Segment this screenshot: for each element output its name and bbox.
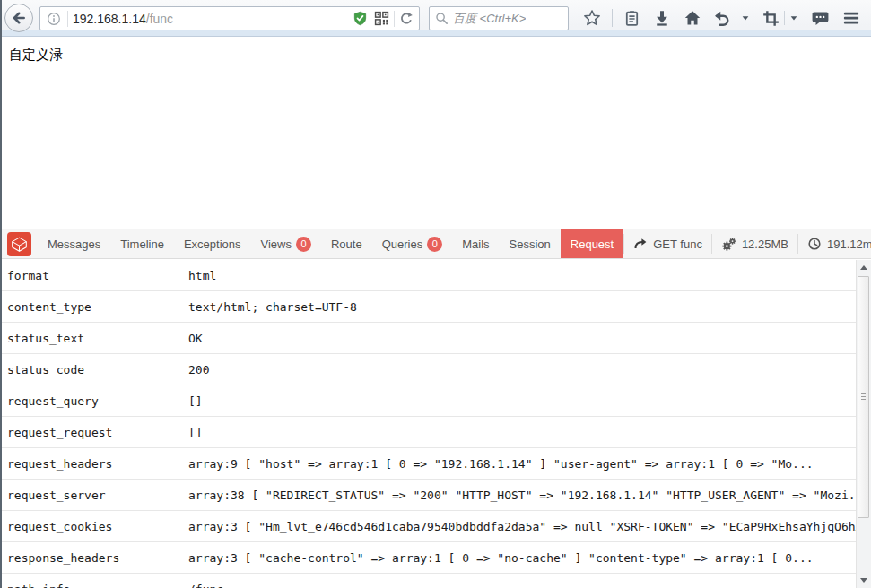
scrollbar-grip (861, 393, 866, 401)
scroll-down-button[interactable] (857, 573, 871, 588)
tab-label: Session (510, 238, 551, 251)
caret-down-icon[interactable] (739, 12, 752, 24)
row-value[interactable]: array:3 [ "cache-control" => array:1 [ 0… (188, 551, 835, 565)
table-row: request_server array:38 [ "REDIRECT_STAT… (0, 480, 871, 511)
request-table: format html content_type text/html; char… (0, 260, 871, 588)
reload-icon[interactable] (399, 12, 414, 26)
tab-views[interactable]: Views 0 (251, 229, 321, 258)
caret-down-icon-2[interactable] (788, 12, 800, 24)
tab-mails[interactable]: Mails (452, 229, 499, 258)
row-key: response_headers (0, 551, 188, 565)
tab-timeline[interactable]: Timeline (110, 229, 174, 258)
toolbar-buttons (576, 2, 867, 34)
back-button[interactable] (4, 4, 33, 32)
button-divider (736, 11, 736, 25)
back-icon (11, 10, 27, 26)
row-value[interactable]: array:9 [ "host" => array:1 [ 0 => "192.… (188, 457, 835, 471)
row-key: content_type (0, 300, 188, 314)
tab-label: Messages (48, 238, 100, 251)
scrollbar-thumb[interactable] (858, 276, 869, 518)
tab-exceptions[interactable]: Exceptions (174, 229, 251, 258)
window-left-edge (0, 0, 2, 588)
chat-icon[interactable] (809, 7, 832, 30)
page-title: 自定义渌 (9, 47, 63, 64)
tab-session[interactable]: Session (500, 229, 561, 258)
tab-badge: 0 (427, 237, 442, 252)
debugbar: Messages Timeline Exceptions Views 0 Rou… (0, 229, 871, 588)
table-row: request_query [] (0, 385, 871, 417)
search-icon (435, 12, 449, 25)
debugbar-tabs: Messages Timeline Exceptions Views 0 Rou… (38, 229, 623, 258)
table-row: format html (0, 260, 871, 291)
url-bar[interactable]: 192.168.1.14/func (39, 6, 420, 30)
tab-route[interactable]: Route (321, 229, 372, 258)
tab-label: Route (331, 238, 362, 251)
tab-messages[interactable]: Messages (38, 229, 110, 258)
table-row: request_headers array:9 [ "host" => arra… (0, 448, 871, 480)
row-key: status_code (0, 363, 188, 376)
redirect-arrow-icon (633, 237, 648, 251)
row-key: status_text (0, 332, 188, 345)
row-value[interactable]: 200 (188, 363, 231, 376)
row-value[interactable]: array:38 [ "REDIRECT_STATUS" => "200" "H… (188, 489, 871, 502)
url-path: /func (146, 12, 173, 26)
row-key: request_headers (0, 457, 188, 471)
row-value[interactable]: text/html; charset=UTF-8 (188, 300, 379, 314)
row-key: format (0, 269, 188, 282)
row-value[interactable]: [] (188, 426, 224, 439)
memory-status[interactable]: 12.25MB (712, 229, 797, 258)
crop-icon[interactable] (761, 8, 781, 29)
tab-queries[interactable]: Queries 0 (372, 229, 453, 258)
table-row: request_cookies array:3 [ "Hm_lvt_e746cd… (0, 511, 871, 542)
triangle-down-icon (860, 578, 867, 583)
star-icon[interactable] (581, 7, 603, 29)
clipboard-icon[interactable] (622, 8, 642, 29)
url-host: 192.168.1.14 (73, 12, 146, 26)
debugbar-scrollbar[interactable] (856, 260, 871, 588)
tab-label: Views (261, 238, 292, 251)
tab-label: Request (571, 238, 614, 251)
home-icon[interactable] (682, 7, 703, 29)
row-key: request_cookies (0, 520, 188, 533)
download-icon[interactable] (651, 7, 673, 29)
row-value[interactable]: [] (188, 394, 224, 408)
row-key: request_request (0, 426, 188, 439)
time-status[interactable]: 191.12ms (798, 229, 871, 258)
row-value[interactable]: OK (188, 332, 224, 345)
url-text[interactable]: 192.168.1.14/func (73, 12, 173, 26)
row-value[interactable]: /func (188, 583, 245, 588)
memory-value: 12.25MB (742, 238, 788, 251)
row-value[interactable]: array:3 [ "Hm_lvt_e746cd546d1caba79540bd… (188, 520, 871, 533)
cogs-icon (721, 237, 736, 252)
tab-label: Queries (382, 238, 423, 251)
table-row: response_headers array:3 [ "cache-contro… (0, 542, 871, 574)
clock-icon (807, 237, 822, 251)
route-status[interactable]: GET func (624, 229, 711, 258)
shield-icon[interactable] (353, 11, 368, 26)
table-row: status_text OK (0, 323, 871, 354)
scroll-up-button[interactable] (857, 260, 871, 275)
menu-icon[interactable] (841, 7, 862, 29)
undo-icon[interactable] (711, 7, 733, 29)
table-row: request_request [] (0, 417, 871, 448)
browser-toolbar: 192.168.1.14/func 百度 <Ctrl+K> (0, 0, 871, 37)
search-placeholder: 百度 <Ctrl+K> (453, 11, 526, 27)
row-value[interactable]: html (188, 269, 238, 282)
search-bar[interactable]: 百度 <Ctrl+K> (429, 6, 569, 30)
tab-request[interactable]: Request (561, 229, 623, 258)
time-value: 191.12ms (827, 238, 871, 251)
triangle-up-icon (860, 265, 867, 270)
info-icon[interactable] (47, 12, 61, 26)
urlbar-divider (67, 11, 68, 27)
urlbar-divider-2 (394, 11, 395, 27)
browser-window: 192.168.1.14/func 百度 <Ctrl+K> (0, 0, 871, 588)
debugbar-header: Messages Timeline Exceptions Views 0 Rou… (0, 229, 871, 259)
laravel-logo[interactable] (7, 232, 31, 256)
row-key: request_query (0, 394, 188, 408)
tab-label: Mails (462, 238, 489, 251)
row-key: request_server (0, 489, 188, 502)
tab-badge: 0 (296, 237, 311, 252)
qr-code-icon[interactable] (374, 11, 389, 26)
undo-button-group (711, 7, 752, 29)
button-divider-2 (784, 11, 785, 25)
